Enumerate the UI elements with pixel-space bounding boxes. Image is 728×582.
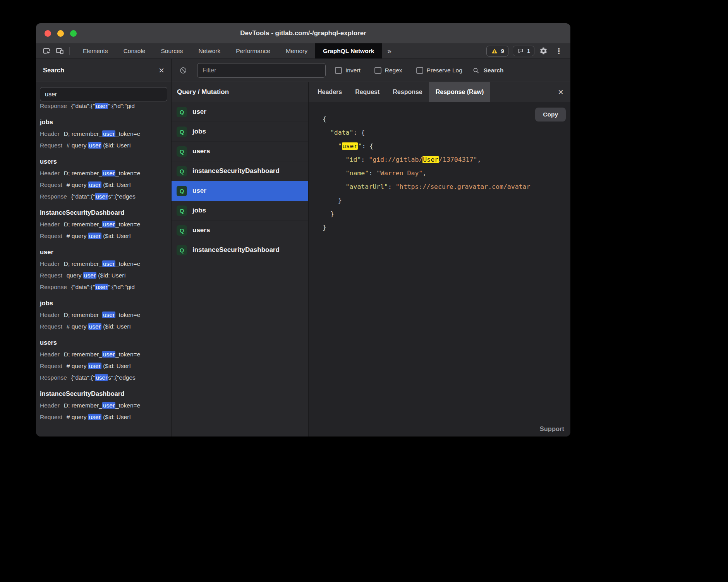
network-toolbar: InvertRegexPreserve Log Search — [172, 59, 570, 82]
close-window-button[interactable] — [45, 30, 51, 37]
search-result-line[interactable]: HeaderD; remember_user_token=e — [40, 309, 167, 321]
text-fragment: {"data":{" — [71, 284, 95, 290]
result-line-value: {"data":{"users":{"edges — [71, 193, 136, 200]
toolbar-search-toggle[interactable]: Search — [472, 66, 504, 75]
search-result-line[interactable]: Request# query user ($id: UserI — [40, 321, 167, 332]
query-list-item-instancesecuritydashboard[interactable]: QinstanceSecurityDashboard — [172, 161, 308, 181]
devtools-tabbar: ElementsConsoleSourcesNetworkPerformance… — [36, 43, 570, 59]
search-result-title: users — [40, 157, 167, 166]
detail-tab-request[interactable]: Request — [349, 82, 386, 102]
result-line-value: {"data":{"user":{"id":"gid — [71, 284, 135, 290]
checkbox-label: Invert — [345, 67, 361, 74]
text-fragment: s":{"edges — [108, 374, 135, 381]
query-list-item-user[interactable]: Quser — [172, 102, 308, 122]
result-line-value: D; remember_user_token=e — [64, 312, 140, 318]
search-result-line[interactable]: Response{"data":{"users":{"edges — [40, 191, 167, 202]
text-fragment: ($id: UserI — [96, 272, 126, 279]
clear-block-icon[interactable] — [179, 66, 188, 75]
search-pane-title: Search — [43, 67, 64, 74]
result-line-label: Request — [40, 414, 62, 420]
main-split: Search × Response{"data":{"user":{"id":"… — [36, 59, 570, 436]
search-match-highlight: user — [102, 130, 115, 137]
inspect-element-icon[interactable] — [41, 46, 52, 56]
json-token: } — [338, 197, 342, 204]
query-list-item-users[interactable]: Qusers — [172, 221, 308, 240]
json-token: "data" — [330, 129, 354, 136]
text-fragment: query — [67, 272, 83, 279]
query-type-badge: Q — [177, 245, 187, 255]
json-token: { — [323, 115, 326, 123]
devtools-tab-graphql-network[interactable]: GraphQL Network — [315, 43, 382, 58]
json-line: "name": "Warren Day", — [323, 166, 570, 180]
checkbox-preserve-log[interactable]: Preserve Log — [416, 67, 462, 74]
text-fragment: ($id: UserI — [101, 233, 131, 239]
devtools-tab-memory[interactable]: Memory — [278, 43, 315, 58]
result-line-value: # query user ($id: UserI — [67, 142, 131, 149]
text-fragment: # query — [67, 363, 88, 369]
search-result-line[interactable]: Request# query user ($id: UserI — [40, 179, 167, 191]
checkbox-regex[interactable]: Regex — [374, 67, 402, 74]
copy-button[interactable]: Copy — [535, 108, 566, 122]
search-match-highlight: user — [88, 142, 101, 149]
query-list-item-instancesecuritydashboard[interactable]: QinstanceSecurityDashboard — [172, 240, 308, 260]
json-token: { — [369, 142, 373, 150]
devtools-tab-network[interactable]: Network — [191, 43, 228, 58]
search-input[interactable] — [40, 87, 167, 101]
search-match-highlight: user — [95, 374, 108, 381]
query-list-item-jobs[interactable]: Qjobs — [172, 201, 308, 221]
search-result-line[interactable]: Request# query user ($id: UserI — [40, 230, 167, 242]
warnings-badge[interactable]: 9 — [486, 46, 508, 56]
devtools-tab-console[interactable]: Console — [116, 43, 153, 58]
query-list-item-jobs[interactable]: Qjobs — [172, 122, 308, 142]
detail-tab-response[interactable]: Response — [386, 82, 429, 102]
detail-tab-response-raw[interactable]: Response (Raw) — [429, 82, 490, 102]
search-result-line[interactable]: HeaderD; remember_user_token=e — [40, 128, 167, 140]
search-result-line[interactable]: HeaderD; remember_user_token=e — [40, 400, 167, 411]
settings-gear-icon[interactable] — [539, 46, 548, 56]
search-result-line[interactable]: Requestquery user ($id: UserI — [40, 270, 167, 281]
text-fragment: {"data":{" — [71, 103, 95, 109]
search-result-line[interactable]: Response{"data":{"user":{"id":"gid — [40, 103, 167, 112]
search-result-line[interactable]: Request# query user ($id: UserI — [40, 411, 167, 423]
device-toolbar-icon[interactable] — [55, 46, 65, 56]
json-line: { — [323, 112, 570, 126]
result-line-label: Header — [40, 312, 60, 318]
result-line-value: {"data":{"user":{"id":"gid — [71, 103, 135, 109]
json-token: "id" — [346, 156, 361, 163]
result-line-value: # query user ($id: UserI — [67, 363, 131, 369]
minimize-window-button[interactable] — [57, 30, 64, 37]
result-line-label: Request — [40, 181, 62, 188]
search-result-line[interactable]: HeaderD; remember_user_token=e — [40, 349, 167, 360]
kebab-menu-icon[interactable]: ⋮ — [553, 46, 565, 56]
support-link[interactable]: Support — [540, 425, 564, 433]
query-list-item-user[interactable]: Quser — [172, 181, 308, 201]
json-token: "name" — [346, 169, 369, 177]
search-result-line[interactable]: Response{"data":{"users":{"edges — [40, 372, 167, 383]
result-line-label: Header — [40, 402, 60, 409]
filter-input[interactable] — [197, 63, 326, 78]
devtools-tab-performance[interactable]: Performance — [228, 43, 278, 58]
search-result-line[interactable]: Response{"data":{"user":{"id":"gid — [40, 281, 167, 293]
text-fragment: D; remember_ — [64, 351, 102, 358]
zoom-window-button[interactable] — [70, 30, 77, 37]
search-result-line[interactable]: Request# query user ($id: UserI — [40, 140, 167, 151]
tabbar-right-controls: 9 1 ⋮ — [486, 43, 570, 58]
close-search-pane-icon[interactable]: × — [159, 66, 164, 75]
close-detail-pane-icon[interactable]: × — [551, 82, 570, 102]
json-token: { — [361, 129, 365, 136]
query-list-item-users[interactable]: Qusers — [172, 142, 308, 161]
search-result-line[interactable]: HeaderD; remember_user_token=e — [40, 168, 167, 179]
messages-badge[interactable]: 1 — [513, 46, 534, 56]
json-token: : — [369, 169, 376, 177]
search-result-line[interactable]: HeaderD; remember_user_token=e — [40, 258, 167, 270]
search-result-title: instanceSecurityDashboard — [40, 208, 167, 217]
search-result-line[interactable]: HeaderD; remember_user_token=e — [40, 219, 167, 230]
checkbox-invert[interactable]: Invert — [335, 67, 361, 74]
devtools-tab-sources[interactable]: Sources — [153, 43, 191, 58]
query-list-item-label: instanceSecurityDashboard — [192, 167, 280, 175]
search-result-line[interactable]: Request# query user ($id: UserI — [40, 360, 167, 372]
devtools-tab-elements[interactable]: Elements — [75, 43, 116, 58]
detail-tab-headers[interactable]: Headers — [311, 82, 349, 102]
more-tabs-chevron[interactable]: » — [382, 43, 397, 58]
result-line-value: D; remember_user_token=e — [64, 402, 140, 409]
